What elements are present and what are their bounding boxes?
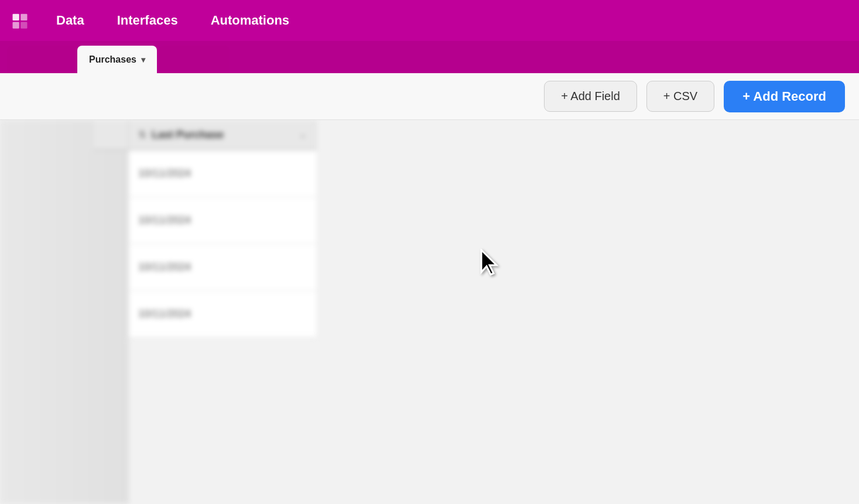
tab-bar: Purchases ▾: [0, 41, 859, 73]
nav-item-interfaces[interactable]: Interfaces: [110, 8, 185, 33]
column-options-icon: ⌄: [299, 130, 306, 139]
main-content: ⇅ Last Purchase ⌄ 10/11/2024 10/11/2024 …: [0, 120, 859, 504]
tab-purchases-label: Purchases: [89, 54, 136, 65]
column-header-last-purchase[interactable]: ⇅ Last Purchase ⌄: [129, 120, 316, 150]
tab-left[interactable]: [7, 46, 77, 73]
cell-value: 10/11/2024: [138, 214, 191, 227]
add-field-button[interactable]: + Add Field: [544, 81, 637, 112]
tab-purchases[interactable]: Purchases ▾: [77, 46, 157, 73]
left-column: [0, 120, 129, 504]
nav-item-automations[interactable]: Automations: [204, 8, 296, 33]
table-row[interactable]: 10/11/2024: [129, 197, 316, 244]
top-nav: Data Interfaces Automations: [0, 0, 859, 41]
tab-right[interactable]: [159, 46, 230, 73]
svg-rect-3: [20, 22, 27, 29]
table-area: ⇅ Last Purchase ⌄ 10/11/2024 10/11/2024 …: [0, 120, 859, 504]
app-logo[interactable]: [9, 10, 30, 31]
cell-value: 10/11/2024: [138, 261, 191, 273]
table-row[interactable]: 10/11/2024: [129, 291, 316, 338]
csv-button[interactable]: + CSV: [646, 81, 714, 112]
column-header-label: Last Purchase: [152, 129, 224, 141]
table-row[interactable]: 10/11/2024: [129, 244, 316, 291]
toolbar: + Add Field + CSV + Add Record: [0, 73, 859, 120]
svg-rect-1: [20, 14, 27, 20]
column-sort-icon: ⇅: [138, 129, 146, 140]
add-record-button[interactable]: + Add Record: [724, 81, 845, 112]
svg-rect-2: [13, 22, 19, 29]
cell-value: 10/11/2024: [138, 308, 191, 320]
svg-rect-0: [13, 14, 19, 20]
cell-value: 10/11/2024: [138, 167, 191, 180]
chevron-down-icon: ▾: [141, 55, 145, 64]
table-row[interactable]: 10/11/2024: [129, 150, 316, 197]
row-num-col-header: [94, 120, 129, 150]
nav-item-data[interactable]: Data: [49, 8, 91, 33]
